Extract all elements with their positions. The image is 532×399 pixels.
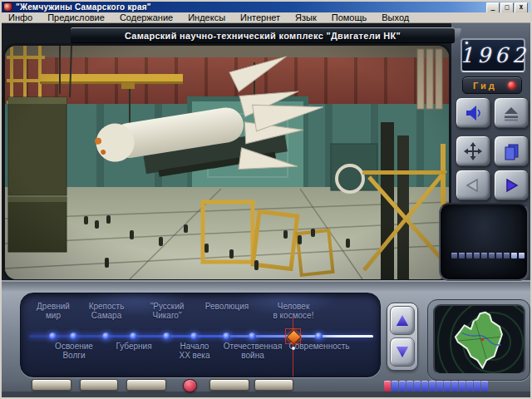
progress-segment xyxy=(436,381,443,392)
progress-segment xyxy=(414,381,421,392)
page-title: Самарский научно-технический комплекс "Д… xyxy=(125,31,401,41)
timeline-dot[interactable] xyxy=(249,332,256,340)
console-key-5[interactable] xyxy=(254,379,293,391)
map-screen[interactable] xyxy=(433,304,525,375)
timeline-item-man-in-space[interactable]: Человек в космосе! xyxy=(260,302,327,320)
menu-indexes[interactable]: Индексы xyxy=(186,12,227,22)
timeline-dot[interactable] xyxy=(102,332,110,340)
eject-button[interactable] xyxy=(494,97,529,128)
guide-label: Гид xyxy=(473,81,508,91)
screen-dot xyxy=(504,253,510,259)
screen-indicator-dots xyxy=(451,253,525,259)
console-key-4[interactable] xyxy=(209,379,249,391)
console-key-2[interactable] xyxy=(80,379,118,391)
red-round-button[interactable] xyxy=(183,379,197,392)
move-arrows-icon xyxy=(463,141,483,161)
menu-exit[interactable]: Выход xyxy=(380,12,411,22)
progress-segment xyxy=(481,381,488,392)
pages-stack-icon xyxy=(501,141,521,161)
eject-icon xyxy=(501,103,521,123)
progress-segment xyxy=(384,381,391,392)
console-key-3[interactable] xyxy=(126,379,166,391)
menu-bar: Инфо Предисловие Содержание Индексы Инте… xyxy=(2,12,530,23)
timeline-marker-dot xyxy=(292,347,295,350)
screen-dot xyxy=(519,253,525,259)
arrow-right-icon xyxy=(501,175,521,195)
app-icon xyxy=(3,2,12,12)
progress-segment xyxy=(429,381,436,392)
menu-help[interactable]: Помощь xyxy=(330,12,369,22)
menu-contents[interactable]: Содержание xyxy=(118,12,175,22)
sparkle-highlight xyxy=(466,42,468,44)
screen-dot xyxy=(481,253,487,259)
speaker-icon xyxy=(463,103,483,123)
progress-segment xyxy=(444,381,451,392)
menu-internet[interactable]: Интернет xyxy=(239,12,282,22)
progress-segment xyxy=(451,381,458,392)
screen-dot xyxy=(451,253,457,259)
progress-segment xyxy=(459,381,466,392)
progress-segment xyxy=(406,381,413,392)
up-button[interactable] xyxy=(390,306,415,335)
triangle-up-icon xyxy=(395,314,410,328)
timeline-stepper xyxy=(387,303,418,371)
timeline-dot[interactable] xyxy=(70,332,77,340)
next-button[interactable] xyxy=(494,170,529,200)
window-titlebar[interactable]: "Жемчужины Самарского края" _ □ x xyxy=(2,2,530,12)
guide-button[interactable]: Гид xyxy=(462,76,522,94)
timeline-dot[interactable] xyxy=(49,332,57,340)
screen-dot xyxy=(511,253,517,259)
progress-segment xyxy=(399,381,406,392)
progress-segment xyxy=(392,381,398,392)
timeline-item-patriotic-war[interactable]: Отечественная война xyxy=(219,342,286,360)
timeline-dot[interactable] xyxy=(130,332,137,340)
year-display: 1962 xyxy=(461,38,525,72)
screen-dot xyxy=(496,253,502,259)
timeline-item-revolution[interactable]: Революция xyxy=(194,302,260,311)
mini-screen xyxy=(439,203,529,281)
timeline-dot[interactable] xyxy=(190,332,198,340)
screen-dot xyxy=(459,253,465,259)
window-title: "Жемчужины Самарского края" xyxy=(16,2,151,12)
guide-led-icon xyxy=(508,81,515,89)
timeline-item-gubernia[interactable]: Губерния xyxy=(101,342,167,351)
console-bottom-strip xyxy=(0,392,532,399)
console-key-1[interactable] xyxy=(32,379,71,391)
timeline-panel: Древний мир Крепость Самара "Русский Чик… xyxy=(20,293,381,377)
main-photo xyxy=(5,46,449,279)
application-window: "Жемчужины Самарского края" _ □ x Инфо П… xyxy=(0,0,532,399)
menu-language[interactable]: Язык xyxy=(293,12,318,22)
timeline-item-fortress-samara[interactable]: Крепость Самара xyxy=(73,302,140,320)
timeline-dot[interactable] xyxy=(163,332,170,340)
timeline-item-early-20th[interactable]: Начало XX века xyxy=(161,342,228,360)
screen-dot xyxy=(489,253,495,259)
progress-segment xyxy=(421,381,428,392)
timeline-item-volga-settlement[interactable]: Освоение Волги xyxy=(41,342,107,360)
sound-button[interactable] xyxy=(456,97,490,128)
down-button[interactable] xyxy=(390,337,415,367)
samara-region-map xyxy=(448,308,515,373)
navigate-button[interactable] xyxy=(456,135,490,166)
timeline-dot[interactable] xyxy=(315,332,323,340)
factory-photo-illustration xyxy=(5,46,449,279)
timeline-dot[interactable] xyxy=(223,332,230,340)
map-panel xyxy=(427,299,530,381)
year-value: 1962 xyxy=(460,43,530,67)
page-title-bar: Самарский научно-технический комплекс "Д… xyxy=(71,27,455,43)
triangle-down-icon xyxy=(395,346,410,359)
arrow-left-icon xyxy=(463,175,483,195)
menu-preface[interactable]: Предисловие xyxy=(46,12,106,22)
progress-segment xyxy=(474,381,480,392)
previous-button[interactable] xyxy=(456,170,490,200)
menu-info[interactable]: Инфо xyxy=(7,12,34,22)
progress-segment xyxy=(466,381,473,392)
screen-dot xyxy=(474,253,480,259)
progress-indicator xyxy=(384,381,488,392)
screen-dot xyxy=(466,253,472,259)
pages-button[interactable] xyxy=(494,135,529,166)
timeline-item-russian-chicago[interactable]: "Русский Чикаго" xyxy=(134,302,200,320)
